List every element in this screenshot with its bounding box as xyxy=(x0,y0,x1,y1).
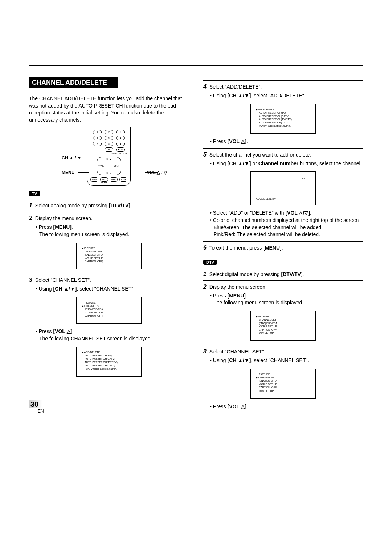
dpad-icon: CH ▲ CH ▼ ▽ VOL VOL △ xyxy=(97,157,121,175)
section-title: CHANNEL ADD/DELETE xyxy=(29,77,118,88)
num-key: 0 xyxy=(105,147,113,152)
tv-step-3c: Press [VOL △]. xyxy=(36,328,189,335)
num-key: 4 xyxy=(93,136,102,140)
remote-dtvtv-btn: DTV/TV xyxy=(119,177,127,182)
remote-illustration: CH ▲ / ▼ MENU VOL △ / ▽ 1 2 3 4 5 6 7 8 xyxy=(62,127,156,186)
menu-screen-dtv-selected: PICTURE ▶ CHANNEL SET [ENG]/ESP/FRA V-CH… xyxy=(250,369,316,399)
step-5d: Color of channel numbers displayed at th… xyxy=(210,217,363,224)
intro-text: The CHANNEL ADD/DELETE function lets you… xyxy=(29,95,189,123)
remote-sleep-btn: SLEEP xyxy=(110,177,118,182)
dtv-step-3a: Using [CH ▲/▼], select "CHANNEL SET". xyxy=(210,357,363,364)
tv-step-2a: Press [MENU]. xyxy=(36,224,189,231)
dtv-step-3c: Press [VOL △]. xyxy=(210,403,363,410)
step-5f: Pink/Red: The selected channel will be d… xyxy=(213,231,363,238)
tv-tag-line: TV xyxy=(29,191,189,196)
step-5e: Blue/Green: The selected channel will be… xyxy=(213,224,363,231)
right-column: 4 Select "ADD/DELETE". Using [CH ▲/▼], s… xyxy=(203,77,363,410)
num-key: 2 xyxy=(105,130,113,134)
remote-label-menu: MENU xyxy=(62,170,74,175)
dtv-step-2a: Press [MENU]. xyxy=(210,292,363,300)
dtv-tag: DTV xyxy=(203,260,217,265)
channel-number-screen: 15 ADD/DELETE:TV xyxy=(250,171,316,205)
channel-set-screen: ▶ ADD/DELETE AUTO PRESET CH(TV) AUTO PRE… xyxy=(76,347,142,377)
tv-step-2: 2 Display the menu screen. xyxy=(29,215,189,222)
dtv-tag-line: DTV xyxy=(203,260,363,265)
remote-input-btn: INPUT SELECT xyxy=(100,177,108,182)
num-key: +100 xyxy=(116,147,125,152)
step-6: 6 To exit the menu, press [MENU]. xyxy=(203,244,363,251)
tv-step-3d: The following CHANNEL SET screen is disp… xyxy=(39,335,189,343)
tiny-channel-return: CHANNEL RETURN xyxy=(90,153,128,155)
tv-step-1: 1 Select analog mode by pressing [DTV/TV… xyxy=(29,202,189,209)
dtv-step-2b: The following menu screen is displayed. xyxy=(213,299,363,307)
remote-label-ch: CH ▲ / ▼ xyxy=(62,155,81,161)
menu-screen-tv: ▶ PICTURE CHANNEL SET [ENG]/ESP/FRA V-CH… xyxy=(76,243,142,269)
add-delete-screen: ▶ ADD/DELETE AUTO PRESET CH(TV) AUTO PRE… xyxy=(250,104,316,134)
num-key: 7 xyxy=(93,142,102,146)
tv-tag: TV xyxy=(29,191,40,196)
tv-step-2b: The following menu screen is displayed. xyxy=(39,231,189,238)
dtv-step-1: 1 Select digital mode by pressing [DTV/T… xyxy=(203,271,363,278)
step-4a: Using [CH ▲/▼], select "ADD/DELETE". xyxy=(210,92,363,100)
num-key: 5 xyxy=(105,136,113,140)
step-4c: Press [VOL △]. xyxy=(210,138,363,145)
menu-screen-tv-selected: PICTURE ▶ CHANNEL SET [ENG]/ESP/FRA V-CH… xyxy=(76,297,142,324)
num-key: 6 xyxy=(116,136,125,140)
step-4: 4 Select "ADD/DELETE". xyxy=(203,84,363,90)
menu-screen-dtv: ▶ PICTURE CHANNEL SET [ENG]/ESP/FRA V-CH… xyxy=(250,311,316,341)
num-key: 8 xyxy=(105,142,113,146)
step-5a: Using [CH ▲/▼] or Channel number buttons… xyxy=(210,160,363,167)
tv-step-3: 3 Select "CHANNEL SET". xyxy=(29,277,189,283)
num-key: 9 xyxy=(116,142,125,146)
step-5: 5 Select the channel you want to add or … xyxy=(203,151,363,158)
page-number: 30 EN xyxy=(29,400,44,414)
top-rule xyxy=(29,65,363,66)
left-column: CHANNEL ADD/DELETE The CHANNEL ADD/DELET… xyxy=(29,77,189,410)
num-key: 3 xyxy=(116,130,125,134)
tv-step-3a: Using [CH ▲/▼], select "CHANNEL SET". xyxy=(36,285,189,293)
step-5c: Select "ADD" or "DELETE" with [VOL △/▽]. xyxy=(210,210,363,217)
remote-label-vol: VOL △ / ▽ xyxy=(147,170,167,175)
dtv-step-2: 2 Display the menu screen. xyxy=(203,284,363,290)
dtv-step-3: 3 Select "CHANNEL SET". xyxy=(203,348,363,355)
remote-menu-btn: MENU xyxy=(90,177,98,182)
num-key: 1 xyxy=(93,130,102,134)
